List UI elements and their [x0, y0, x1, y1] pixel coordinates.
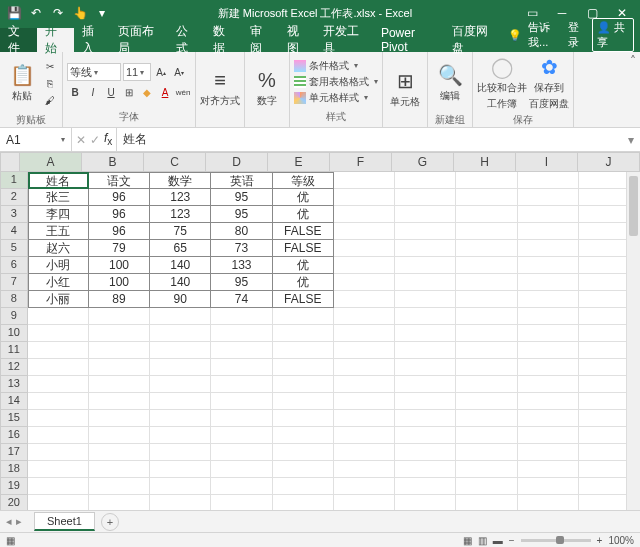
cell-B4[interactable]: 96 [89, 223, 150, 240]
row-header-7[interactable]: 7 [0, 274, 28, 291]
cell-A18[interactable] [28, 461, 89, 478]
cell-H20[interactable] [456, 495, 517, 510]
tab-formulas[interactable]: 公式 [168, 28, 205, 52]
number-button[interactable]: % 数字 [249, 60, 285, 118]
tab-home[interactable]: 开始 [37, 28, 74, 52]
cell-A2[interactable]: 张三 [28, 189, 89, 206]
conditional-format-button[interactable]: 条件格式 ▾ [294, 58, 378, 74]
cell-B3[interactable]: 96 [89, 206, 150, 223]
row-header-20[interactable]: 20 [0, 495, 28, 510]
cell-E9[interactable] [273, 308, 334, 325]
cell-E12[interactable] [273, 359, 334, 376]
cell-F2[interactable] [334, 189, 395, 206]
row-header-1[interactable]: 1 [0, 172, 28, 189]
cell-I11[interactable] [518, 342, 579, 359]
cell-C7[interactable]: 140 [150, 274, 211, 291]
expand-formula-icon[interactable]: ▾ [622, 128, 640, 151]
cell-H19[interactable] [456, 478, 517, 495]
touch-mode-icon[interactable]: 👆 [72, 5, 88, 21]
cell-I9[interactable] [518, 308, 579, 325]
cell-B16[interactable] [89, 427, 150, 444]
tab-developer[interactable]: 开发工具 [315, 28, 373, 52]
cell-G19[interactable] [395, 478, 456, 495]
cell-F1[interactable] [334, 172, 395, 189]
cell-E6[interactable]: 优 [273, 257, 334, 274]
cell-I4[interactable] [518, 223, 579, 240]
cell-E2[interactable]: 优 [273, 189, 334, 206]
cell-F14[interactable] [334, 393, 395, 410]
cell-G12[interactable] [395, 359, 456, 376]
row-header-6[interactable]: 6 [0, 257, 28, 274]
cell-F12[interactable] [334, 359, 395, 376]
cell-C17[interactable] [150, 444, 211, 461]
row-header-12[interactable]: 12 [0, 359, 28, 376]
cell-D8[interactable]: 74 [211, 291, 272, 308]
sheet-nav-next-icon[interactable]: ▸ [16, 515, 22, 528]
cell-C2[interactable]: 123 [150, 189, 211, 206]
cell-C4[interactable]: 75 [150, 223, 211, 240]
cell-E13[interactable] [273, 376, 334, 393]
cell-I13[interactable] [518, 376, 579, 393]
cell-B6[interactable]: 100 [89, 257, 150, 274]
cell-H9[interactable] [456, 308, 517, 325]
cell-D19[interactable] [211, 478, 272, 495]
cell-G6[interactable] [395, 257, 456, 274]
cell-G18[interactable] [395, 461, 456, 478]
editing-button[interactable]: 🔍 编辑 [432, 54, 468, 112]
cell-D2[interactable]: 95 [211, 189, 272, 206]
bold-button[interactable]: B [67, 84, 83, 100]
tab-file[interactable]: 文件 [0, 28, 37, 52]
cell-G11[interactable] [395, 342, 456, 359]
tab-baidu[interactable]: 百度网盘 [444, 28, 502, 52]
cell-F8[interactable] [334, 291, 395, 308]
shrink-font-icon[interactable]: A▾ [171, 64, 187, 80]
row-header-14[interactable]: 14 [0, 393, 28, 410]
name-box[interactable]: A1▾ [0, 128, 72, 151]
cell-A7[interactable]: 小红 [28, 274, 89, 291]
cell-G5[interactable] [395, 240, 456, 257]
cell-I18[interactable] [518, 461, 579, 478]
cell-H18[interactable] [456, 461, 517, 478]
save-baidu-button[interactable]: ✿ 保存到 百度网盘 [529, 54, 569, 112]
column-header-I[interactable]: I [516, 152, 578, 172]
cell-F11[interactable] [334, 342, 395, 359]
cell-A5[interactable]: 赵六 [28, 240, 89, 257]
cell-E8[interactable]: FALSE [273, 291, 334, 308]
cells-button[interactable]: ⊞ 单元格 [387, 60, 423, 118]
cell-B10[interactable] [89, 325, 150, 342]
cell-A9[interactable] [28, 308, 89, 325]
cell-H5[interactable] [456, 240, 517, 257]
cell-G7[interactable] [395, 274, 456, 291]
cell-D10[interactable] [211, 325, 272, 342]
tab-data[interactable]: 数据 [205, 28, 242, 52]
cell-H2[interactable] [456, 189, 517, 206]
cell-I12[interactable] [518, 359, 579, 376]
cell-H13[interactable] [456, 376, 517, 393]
cell-A19[interactable] [28, 478, 89, 495]
select-all-corner[interactable] [0, 152, 20, 172]
column-header-J[interactable]: J [578, 152, 640, 172]
cell-I6[interactable] [518, 257, 579, 274]
cell-D12[interactable] [211, 359, 272, 376]
row-header-16[interactable]: 16 [0, 427, 28, 444]
cell-B12[interactable] [89, 359, 150, 376]
cell-B9[interactable] [89, 308, 150, 325]
add-sheet-button[interactable]: + [101, 513, 119, 531]
cell-E10[interactable] [273, 325, 334, 342]
cell-F3[interactable] [334, 206, 395, 223]
login-button[interactable]: 登录 [568, 20, 586, 50]
row-header-17[interactable]: 17 [0, 444, 28, 461]
cell-D11[interactable] [211, 342, 272, 359]
tab-view[interactable]: 视图 [279, 28, 316, 52]
cell-B17[interactable] [89, 444, 150, 461]
cell-C14[interactable] [150, 393, 211, 410]
tab-layout[interactable]: 页面布局 [110, 28, 168, 52]
cell-A11[interactable] [28, 342, 89, 359]
vertical-scrollbar[interactable] [626, 172, 640, 510]
cell-G20[interactable] [395, 495, 456, 510]
cell-G8[interactable] [395, 291, 456, 308]
fill-color-button[interactable]: ◆ [139, 84, 155, 100]
cell-H1[interactable] [456, 172, 517, 189]
cell-G16[interactable] [395, 427, 456, 444]
cancel-formula-icon[interactable]: ✕ [76, 133, 86, 147]
